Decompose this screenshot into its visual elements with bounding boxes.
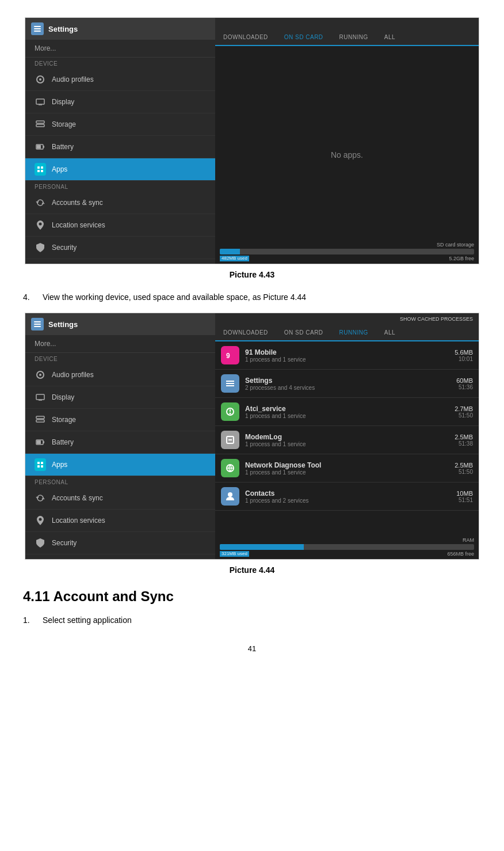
more-item-444[interactable]: More...: [25, 335, 215, 353]
svg-rect-18: [34, 324, 41, 325]
tabs-bar-444: DOWNLOADED ON SD CARD RUNNING ALL: [215, 325, 479, 341]
storage-info: 482MB used 5.2GB free: [220, 256, 474, 261]
sync-icon-444: [35, 492, 46, 504]
location-label: Location services: [52, 221, 105, 229]
audio-label-444: Audio profiles: [52, 371, 94, 379]
security-label: Security: [52, 244, 77, 252]
app-item-atci[interactable]: Atci_service 1 process and 1 service 2.7…: [215, 398, 479, 426]
menu-item-apps-444[interactable]: Apps: [25, 454, 215, 476]
settings-content-443: DOWNLOADED ON SD CARD RUNNING ALL No app…: [215, 18, 479, 264]
ram-used: 321MB used: [220, 551, 249, 557]
tab-all[interactable]: ALL: [376, 29, 403, 45]
app-size-91mobile: 5.6MB 10:01: [455, 349, 473, 362]
svg-rect-32: [41, 465, 43, 468]
ram-free: 656MB free: [447, 551, 474, 557]
show-cached-btn[interactable]: SHOW CACHED PROCESSES: [215, 313, 479, 325]
content-area-443: No apps. SD card storage 482MB used 5.2G…: [215, 46, 479, 264]
svg-point-45: [228, 492, 232, 497]
step-4-number: 4.: [23, 291, 40, 303]
location-label-444: Location services: [52, 516, 105, 525]
svg-rect-24: [36, 416, 44, 419]
storage-icon: [35, 119, 46, 130]
section-411-heading: 4.11 Account and Sync: [23, 588, 481, 605]
personal-section-label: PERSONAL: [25, 181, 215, 192]
apps-label: Apps: [52, 165, 67, 173]
tab-running[interactable]: RUNNING: [331, 29, 376, 45]
ram-bar: [220, 544, 474, 550]
settings-icon: [31, 22, 44, 35]
menu-item-security-444[interactable]: Security: [25, 532, 215, 554]
apps-label-444: Apps: [52, 461, 67, 469]
svg-rect-11: [37, 145, 41, 149]
menu-item-battery[interactable]: Battery: [25, 136, 215, 158]
storage-label-444: Storage: [52, 416, 76, 424]
audio-icon: [35, 74, 46, 85]
app-details-settings: Settings 2 processes and 4 services: [245, 377, 456, 391]
menu-item-audio[interactable]: Audio profiles: [25, 69, 215, 91]
menu-item-storage-444[interactable]: Storage: [25, 409, 215, 431]
app-size-settings: 60MB 51:36: [456, 377, 473, 390]
display-icon-444: [35, 392, 46, 403]
no-apps-text: No apps.: [331, 150, 363, 159]
menu-item-location-444[interactable]: Location services: [25, 510, 215, 532]
app-item-91mobile[interactable]: 9 91 Mobile 1 process and 1 service 5.6M…: [215, 341, 479, 370]
app-icon-network: [221, 459, 239, 477]
svg-point-21: [39, 374, 41, 376]
tab-downloaded-444[interactable]: DOWNLOADED: [215, 325, 276, 340]
step-4-item: 4. View the working device, used space a…: [23, 291, 481, 303]
menu-item-display-444[interactable]: Display: [25, 386, 215, 409]
menu-item-accounts-444[interactable]: Accounts & sync: [25, 487, 215, 510]
app-icon-modemlog: [221, 431, 239, 449]
menu-item-location[interactable]: Location services: [25, 214, 215, 237]
menu-item-apps-active[interactable]: Apps: [25, 158, 215, 181]
storage-bar: [220, 249, 474, 254]
svg-rect-31: [37, 465, 40, 468]
app-list: 9 91 Mobile 1 process and 1 service 5.6M…: [215, 341, 479, 511]
tab-on-sd-card-444[interactable]: ON SD CARD: [276, 325, 331, 340]
caption-443: Picture 4.43: [23, 270, 481, 279]
svg-rect-8: [36, 124, 44, 127]
app-size-contacts: 10MB 51:51: [456, 490, 473, 503]
location-icon: [35, 219, 46, 231]
svg-rect-5: [36, 99, 44, 104]
step-1-item: 1. Select setting application: [23, 614, 481, 626]
battery-label: Battery: [52, 143, 74, 151]
settings-title-bar-444: Settings: [25, 313, 215, 335]
menu-item-storage[interactable]: Storage: [25, 113, 215, 136]
tab-all-444[interactable]: ALL: [376, 325, 403, 340]
app-item-settings[interactable]: Settings 2 processes and 4 services 60MB…: [215, 370, 479, 398]
menu-item-security[interactable]: Security: [25, 237, 215, 259]
svg-point-40: [230, 413, 231, 415]
page-number: 41: [23, 644, 481, 653]
battery-label-444: Battery: [52, 438, 74, 446]
more-item[interactable]: More...: [25, 40, 215, 58]
settings-title-bar: Settings: [25, 18, 215, 40]
settings-title: Settings: [48, 25, 78, 33]
menu-item-audio-444[interactable]: Audio profiles: [25, 364, 215, 386]
app-item-contacts[interactable]: Contacts 1 process and 2 services 10MB 5…: [215, 483, 479, 511]
app-item-network[interactable]: Network Diagnose Tool 1 process and 1 se…: [215, 454, 479, 483]
tab-on-sd-card[interactable]: ON SD CARD: [276, 29, 331, 46]
app-name-modemlog: ModemLog: [245, 433, 455, 441]
app-item-modemlog[interactable]: ModemLog 1 process and 1 service 2.5MB 5…: [215, 426, 479, 454]
personal-label-444: PERSONAL: [25, 476, 215, 487]
app-sub-settings: 2 processes and 4 services: [245, 385, 456, 391]
device-label-444: DEVICE: [25, 353, 215, 364]
storage-icon-444: [35, 414, 46, 426]
tab-downloaded[interactable]: DOWNLOADED: [215, 29, 276, 45]
display-label-444: Display: [52, 393, 74, 401]
accounts-label: Accounts & sync: [52, 199, 103, 207]
menu-item-display[interactable]: Display: [25, 91, 215, 113]
settings-sidebar-444: Settings More... DEVICE Audio profiles D…: [25, 313, 215, 559]
audio-icon-444: [35, 369, 46, 381]
app-size-network: 2.5MB 51:50: [455, 462, 473, 475]
menu-item-battery-444[interactable]: Battery: [25, 431, 215, 454]
sd-storage-label: SD card storage: [220, 242, 474, 248]
app-icon-contacts: [221, 487, 239, 506]
apps-icon: [35, 164, 46, 175]
display-label: Display: [52, 98, 74, 106]
svg-rect-27: [43, 441, 44, 443]
menu-item-accounts[interactable]: Accounts & sync: [25, 192, 215, 214]
tab-running-444[interactable]: RUNNING: [331, 325, 376, 341]
ram-bar-used: [220, 544, 304, 550]
